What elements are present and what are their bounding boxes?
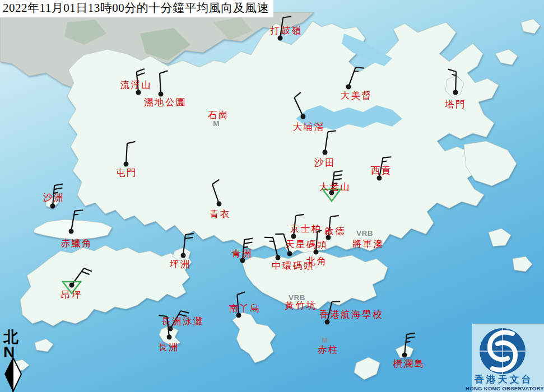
wind-barb-feather [383,157,391,157]
map-title: 2022年11月01日13時00分的十分鐘平均風向及風速 [0,0,273,17]
station-dot [181,253,186,258]
station-dot [314,250,319,255]
station-dot [291,234,296,239]
wind-barb-feather [356,67,364,68]
logo-chinese-name: 香港天文台 [474,374,533,385]
station-dot [346,85,351,90]
station-dot [287,251,292,256]
wind-barb-feather [382,161,387,162]
station-dot [325,320,330,325]
station-label: 青衣 [210,209,231,220]
station-dot [217,202,222,207]
station-label: 赤柱 [318,344,339,355]
station-label: 流浮山 [120,80,152,90]
station-dot [69,229,74,234]
station-label: 打鼓嶺 [270,25,303,36]
station-dot [50,204,55,209]
station-label: 屯門 [116,167,137,178]
station-dot [69,283,75,288]
wind-barb-feather [318,231,322,232]
station-dot [159,92,164,97]
station-dot [377,176,382,181]
station-label: 塔門 [445,99,466,110]
station-label: 香港航海學校 [319,309,383,320]
station-label: 橫瀾島 [393,358,425,369]
station-label: 大老山 [319,181,351,192]
station-label: 北角 [306,256,328,267]
wind-barb-feather [406,342,410,342]
station-label: 南丫島 [229,303,261,314]
station-label: 青洲 [231,248,253,259]
station-dot [402,353,407,358]
wind-barb-feather [275,234,283,235]
wind-barb-feather [332,301,340,302]
wind-barb-feather [244,247,248,248]
status-tag: M [322,336,328,344]
station-dot [124,162,129,167]
station-label: 沙田 [314,157,336,168]
station-label: 沙洲 [43,192,64,203]
station-dot [453,90,458,95]
wind-barb-feather [354,71,359,72]
wind-barb-feather [75,210,83,211]
wind-barb-feather [74,214,78,215]
station-dot [136,90,141,95]
station-label: 濕地公園 [144,97,187,108]
station-dot [323,150,328,155]
hko-logo: 香港天文台 HONG KONG OBSERVATORY [466,324,544,392]
hong-kong-map: 打鼓嶺流浮山濕地公園石崗M大美督塔門大埔滘沙田西貢大老山屯門沙洲赤鱲角青衣京士柏… [0,0,544,392]
station-dot [167,335,172,340]
station-label: 大埔滘 [293,122,325,132]
station-label: 坪洲 [170,259,191,269]
station-label: 啟德 [324,226,346,236]
station-label: 長洲 [158,342,179,352]
status-tag: VRB [356,229,373,237]
station-label: 將軍澳 [352,239,384,249]
station-dot [301,114,306,119]
status-tag: VRB [289,293,305,302]
status-tag: M [213,119,220,128]
station-label: 赤鱲角 [61,238,93,249]
station-dot [278,36,283,41]
wind-map-page: 打鼓嶺流浮山濕地公園石崗M大美督塔門大埔滘沙田西貢大老山屯門沙洲赤鱲角青衣京士柏… [0,0,544,392]
station-dot [276,255,281,260]
station-label: 天星碼頭 [285,239,328,250]
station-label: 西貢 [371,165,392,176]
wind-barb-staff [455,72,456,92]
station-label: 大美督 [341,90,373,101]
logo-english-name: HONG KONG OBSERVATORY [466,385,544,391]
station-label: 昂坪 [61,290,82,300]
